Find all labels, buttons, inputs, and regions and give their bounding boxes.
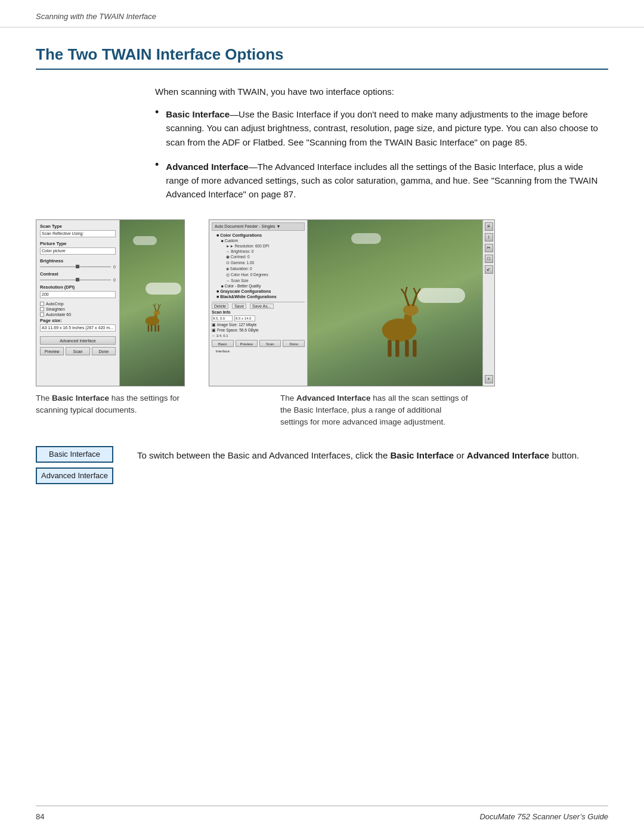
svg-line-25 bbox=[417, 289, 420, 295]
brightness-value: 0 bbox=[113, 265, 116, 269]
autocrop-label: AutoCrop bbox=[46, 302, 64, 306]
advanced-right-toolbar: ≡ ↕ ✂ □ ↙ + bbox=[482, 220, 494, 386]
svg-rect-4 bbox=[150, 325, 152, 332]
brightness-slider-line bbox=[40, 267, 111, 267]
straighten-checkbox[interactable] bbox=[40, 307, 44, 311]
contrast-slider[interactable]: 0 bbox=[40, 278, 116, 282]
bullet-dot-1: • bbox=[155, 106, 159, 119]
done-button-basic[interactable]: Done bbox=[92, 347, 116, 355]
snow-patch-2 bbox=[133, 236, 157, 245]
advanced-scanner-ui: Auto Document Feeder - Singles ▼ ■ Color… bbox=[209, 219, 495, 386]
svg-line-11 bbox=[158, 304, 159, 307]
svg-rect-1 bbox=[154, 314, 157, 321]
svg-line-12 bbox=[159, 304, 161, 306]
width-input[interactable]: 8.5, 0.0 bbox=[212, 315, 233, 321]
height-input[interactable]: 8.5 x 14.0 bbox=[234, 315, 255, 321]
main-content: The Two TWAIN Interface Options When sca… bbox=[0, 27, 644, 520]
picture-type-dropdown[interactable]: Color picture bbox=[40, 247, 116, 255]
free-space-row: ▣ Free Space: 56.6 GByte bbox=[212, 328, 305, 333]
saturation-item: ◈ Saturation: 0 bbox=[212, 266, 305, 272]
toolbar-icon-4[interactable]: □ bbox=[485, 255, 493, 263]
svg-line-20 bbox=[405, 295, 408, 306]
svg-rect-17 bbox=[395, 340, 399, 357]
dimensions-row: 8.5, 0.0 8.5 x 14.0 bbox=[212, 315, 305, 321]
save-btn-small[interactable]: Save bbox=[232, 304, 246, 309]
bottom-section: Basic Interface Advanced Interface To sw… bbox=[36, 446, 608, 484]
brightness-slider[interactable]: 0 bbox=[40, 265, 116, 269]
scan-info-section: Delete Save Save As... Scan Info 8.5, 0.… bbox=[212, 302, 305, 337]
advanced-screenshot-block: Auto Document Feeder - Singles ▼ ■ Color… bbox=[209, 219, 608, 429]
image-size-row: ▣ Image Size: 127 Mbyte bbox=[212, 323, 305, 327]
deer-svg bbox=[133, 270, 172, 361]
guide-title: DocuMate 752 Scanner User’s Guide bbox=[479, 812, 608, 821]
basic-left-panel: Scan Type Scan Reflective Using: Picture… bbox=[36, 220, 120, 386]
svg-line-9 bbox=[154, 304, 155, 306]
grayscale-item: ■ Grayscale Configurations bbox=[212, 289, 305, 294]
caption-basic: The Basic Interface has the settings for… bbox=[36, 392, 185, 417]
contrast-item: ◉ Contrast: 0 bbox=[212, 254, 305, 260]
toolbar-icon-1[interactable]: ≡ bbox=[485, 222, 493, 231]
toolbar-icon-bottom[interactable]: + bbox=[485, 375, 493, 383]
resolution-item: ►► Resolution: 600 DPI bbox=[212, 243, 305, 249]
autocrop-checkbox[interactable] bbox=[40, 302, 44, 306]
free-space-text: Free Space: 56.6 GByte bbox=[217, 328, 259, 332]
preview-button-adv[interactable]: Preview bbox=[236, 340, 258, 347]
delete-save-row: Delete Save Save As... bbox=[212, 304, 305, 308]
resolution-dropdown[interactable]: 200 bbox=[40, 291, 116, 298]
scan-type-label: Scan Type bbox=[40, 224, 116, 229]
screenshots-row: Scan Type Scan Reflective Using: Picture… bbox=[36, 219, 608, 429]
image-size-icon: ▣ bbox=[212, 323, 216, 327]
svg-line-10 bbox=[157, 306, 159, 311]
svg-rect-5 bbox=[154, 325, 156, 332]
basic-interface-button-adv[interactable]: Basic Interface bbox=[212, 340, 234, 347]
switch-text: To switch between the Basic and Advanced… bbox=[137, 446, 579, 462]
header-bar: Scanning with the TWAIN Interface bbox=[0, 0, 644, 27]
save-as-btn-small[interactable]: Save As... bbox=[250, 304, 274, 309]
scan-button-adv[interactable]: Scan bbox=[259, 340, 281, 347]
delete-btn-small[interactable]: Delete bbox=[212, 304, 228, 309]
svg-rect-6 bbox=[157, 325, 159, 332]
preview-button-basic[interactable]: Preview bbox=[40, 347, 64, 355]
color-configurations-item: ■ Color Configurations bbox=[212, 233, 305, 238]
contrast-slider-line bbox=[40, 280, 111, 280]
picture-type-label: Picture Type bbox=[40, 241, 116, 246]
caption-advanced-bold: Advanced Interface bbox=[296, 394, 371, 402]
switch-basic-bold: Basic Interface bbox=[390, 450, 454, 460]
advanced-left-panel: Auto Document Feeder - Singles ▼ ■ Color… bbox=[209, 220, 308, 386]
basic-interface-example-button[interactable]: Basic Interface bbox=[36, 446, 113, 463]
snow-patch-adv-2 bbox=[351, 233, 381, 244]
svg-point-2 bbox=[154, 311, 160, 315]
bullet-dot-2: • bbox=[155, 159, 159, 171]
advanced-interface-button[interactable]: Advanced Interface bbox=[40, 336, 116, 345]
svg-line-23 bbox=[413, 295, 416, 306]
scan-reflective-dropdown[interactable]: Scan Reflective Using: bbox=[40, 230, 116, 237]
svg-rect-19 bbox=[413, 340, 416, 357]
brightness-label: Brightness bbox=[40, 258, 116, 264]
svg-line-21 bbox=[401, 289, 405, 295]
svg-rect-3 bbox=[147, 325, 149, 332]
toolbar-icon-2[interactable]: ↕ bbox=[485, 233, 493, 241]
svg-rect-14 bbox=[404, 314, 412, 332]
deer-image-advanced bbox=[308, 220, 482, 386]
autorotate-checkbox-row: Autorotate 60 bbox=[40, 312, 116, 317]
bullet-list: • Basic Interface—Use the Basic Interfac… bbox=[155, 107, 608, 202]
straighten-checkbox-row: Straighten bbox=[40, 307, 116, 311]
toolbar-icon-5[interactable]: ↙ bbox=[485, 265, 493, 274]
brightness-item: ↔ Brightness: 0 bbox=[212, 249, 305, 254]
done-button-adv[interactable]: Done bbox=[283, 340, 305, 347]
advanced-top-bar[interactable]: Auto Document Feeder - Singles ▼ bbox=[212, 222, 305, 231]
advanced-interface-term: Advanced Interface bbox=[166, 162, 248, 172]
contrast-value: 0 bbox=[113, 278, 116, 282]
scan-button-basic[interactable]: Scan bbox=[66, 347, 89, 355]
coordinates-row: ↔ 3.4, 0.1 bbox=[212, 334, 305, 337]
autorotate-checkbox[interactable] bbox=[40, 312, 44, 317]
advanced-interface-example-button[interactable]: Advanced Interface bbox=[36, 467, 113, 484]
page-size-dropdown[interactable]: A3 11.69 x 16.5 inches (267 x 420 m... bbox=[40, 324, 116, 332]
svg-point-15 bbox=[403, 304, 419, 315]
deer-svg-advanced bbox=[351, 266, 447, 366]
intro-text: When scanning with TWAIN, you have two i… bbox=[155, 86, 608, 97]
svg-rect-16 bbox=[388, 340, 391, 357]
svg-line-7 bbox=[154, 306, 156, 311]
toolbar-icon-3[interactable]: ✂ bbox=[485, 244, 493, 252]
caption-basic-bold: Basic Interface bbox=[52, 394, 109, 402]
